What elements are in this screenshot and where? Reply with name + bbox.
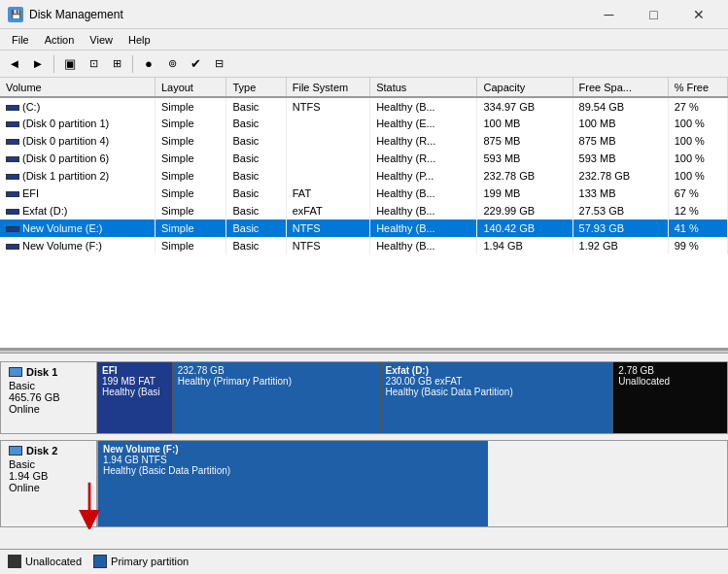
col-free[interactable]: Free Spa... xyxy=(572,78,668,97)
minimize-button[interactable]: ─ xyxy=(587,0,631,29)
cell-capacity: 229.99 GB xyxy=(477,202,572,219)
table-row[interactable]: New Volume (F:) Simple Basic NTFS Health… xyxy=(0,237,728,254)
main-wrapper: Volume Layout Type File System Status Ca… xyxy=(0,78,728,574)
disk1-status: Online xyxy=(9,403,88,415)
cell-type: Basic xyxy=(226,97,286,115)
col-pct[interactable]: % Free xyxy=(668,78,727,97)
table-row[interactable]: (Disk 0 partition 1) Simple Basic Health… xyxy=(0,115,728,132)
cell-layout: Simple xyxy=(155,219,226,237)
disk1-part-primary-size: 232.78 GB xyxy=(178,365,375,376)
col-type[interactable]: Type xyxy=(226,78,286,97)
cell-status: Healthy (B... xyxy=(370,185,477,202)
toolbar: ◄ ► ▣ ⊡ ⊞ ● ⊚ ✔ ⊟ xyxy=(0,51,728,78)
table-row[interactable]: Exfat (D:) Simple Basic exFAT Healthy (B… xyxy=(0,202,728,219)
cell-pct: 100 % xyxy=(668,115,727,132)
col-status[interactable]: Status xyxy=(370,78,477,97)
menu-help[interactable]: Help xyxy=(121,32,158,48)
menu-action[interactable]: Action xyxy=(37,32,83,48)
table-row[interactable]: New Volume (E:) Simple Basic NTFS Health… xyxy=(0,219,728,237)
volume-table: Volume Layout Type File System Status Ca… xyxy=(0,78,728,254)
cell-status: Healthy (B... xyxy=(370,219,477,237)
cell-free: 133 MB xyxy=(572,185,668,202)
cell-capacity: 334.97 GB xyxy=(477,97,572,115)
close-button[interactable]: ✕ xyxy=(676,0,720,29)
cell-status: Healthy (B... xyxy=(370,237,477,254)
cell-pct: 100 % xyxy=(668,167,727,185)
cell-pct: 100 % xyxy=(668,150,727,167)
disk2-part-newvol[interactable]: New Volume (F:) 1.94 GB NTFS Healthy (Ba… xyxy=(98,441,488,526)
menu-file[interactable]: File xyxy=(4,32,37,48)
cell-free: 57.93 GB xyxy=(572,219,668,237)
col-layout[interactable]: Layout xyxy=(155,78,226,97)
legend-primary-label: Primary partition xyxy=(111,556,189,567)
cell-status: Healthy (B... xyxy=(370,202,477,219)
cell-pct: 99 % xyxy=(668,237,727,254)
col-filesystem[interactable]: File System xyxy=(286,78,369,97)
cell-type: Basic xyxy=(226,167,286,185)
cell-capacity: 875 MB xyxy=(477,132,572,150)
cell-capacity: 100 MB xyxy=(477,115,572,132)
table-row[interactable]: EFI Simple Basic FAT Healthy (B... 199 M… xyxy=(0,185,728,202)
table-row[interactable]: (C:) Simple Basic NTFS Healthy (B... 334… xyxy=(0,97,728,115)
legend-unalloc-box xyxy=(8,555,21,568)
table-row[interactable]: (Disk 1 partition 2) Simple Basic Health… xyxy=(0,167,728,185)
cell-free: 1.92 GB xyxy=(572,237,668,254)
table-row[interactable]: (Disk 0 partition 4) Simple Basic Health… xyxy=(0,132,728,150)
disk2-part-newvol-name: New Volume (F:) xyxy=(103,444,482,455)
disk1-part-primary[interactable]: 232.78 GB Healthy (Primary Partition) xyxy=(173,362,381,433)
tb-btn7[interactable]: ⊟ xyxy=(208,53,229,75)
disk1-size: 465.76 GB xyxy=(9,391,88,403)
cell-fs: NTFS xyxy=(286,97,369,115)
cell-volume: New Volume (E:) xyxy=(0,219,155,237)
tb-btn4[interactable]: ● xyxy=(138,53,159,75)
maximize-button[interactable]: □ xyxy=(632,0,676,29)
tb-back[interactable]: ◄ xyxy=(4,53,25,75)
disk1-part-exfat[interactable]: Exfat (D:) 230.00 GB exFAT Healthy (Basi… xyxy=(381,362,614,433)
tb-btn6[interactable]: ✔ xyxy=(185,53,206,75)
cell-layout: Simple xyxy=(155,115,226,132)
cell-pct: 41 % xyxy=(668,219,727,237)
disk1-part-efi[interactable]: EFI 199 MB FAT Healthy (Basi xyxy=(97,362,173,433)
col-capacity[interactable]: Capacity xyxy=(477,78,572,97)
disk2-part-empty xyxy=(488,441,727,526)
cell-volume: (Disk 0 partition 6) xyxy=(0,150,155,167)
disk2-icon-row: Disk 2 xyxy=(9,445,88,456)
cell-capacity: 199 MB xyxy=(477,185,572,202)
cell-status: Healthy (R... xyxy=(370,132,477,150)
tb-btn3[interactable]: ⊞ xyxy=(106,53,127,75)
cell-capacity: 140.42 GB xyxy=(477,219,572,237)
disk1-name: Disk 1 xyxy=(26,366,57,378)
cell-layout: Simple xyxy=(155,167,226,185)
cell-pct: 67 % xyxy=(668,185,727,202)
cell-volume: (Disk 1 partition 2) xyxy=(0,167,155,185)
table-row[interactable]: (Disk 0 partition 6) Simple Basic Health… xyxy=(0,150,728,167)
cell-fs: FAT xyxy=(286,185,369,202)
cell-status: Healthy (E... xyxy=(370,115,477,132)
disk2-row: Disk 2 Basic 1.94 GB Online New Volume (… xyxy=(0,440,728,527)
tb-btn2[interactable]: ⊡ xyxy=(83,53,104,75)
cell-volume: (Disk 0 partition 1) xyxy=(0,115,155,132)
col-volume[interactable]: Volume xyxy=(0,78,155,97)
cell-layout: Simple xyxy=(155,202,226,219)
cell-type: Basic xyxy=(226,202,286,219)
cell-volume: Exfat (D:) xyxy=(0,202,155,219)
cell-capacity: 593 MB xyxy=(477,150,572,167)
cell-free: 232.78 GB xyxy=(572,167,668,185)
disk1-row: Disk 1 Basic 465.76 GB Online EFI 199 MB… xyxy=(0,361,728,434)
cell-fs: exFAT xyxy=(286,202,369,219)
cell-layout: Simple xyxy=(155,132,226,150)
disk1-part-efi-detail: Healthy (Basi xyxy=(102,387,167,397)
cell-pct: 100 % xyxy=(668,132,727,150)
title-bar-left: 💾 Disk Management xyxy=(8,7,123,22)
cell-free: 27.53 GB xyxy=(572,202,668,219)
volume-table-container[interactable]: Volume Layout Type File System Status Ca… xyxy=(0,78,728,350)
title-bar: 💾 Disk Management ─ □ ✕ xyxy=(0,0,728,29)
window-controls[interactable]: ─ □ ✕ xyxy=(587,0,720,29)
tb-btn1[interactable]: ▣ xyxy=(59,53,81,75)
menu-view[interactable]: View xyxy=(82,32,121,48)
cell-volume: (Disk 0 partition 4) xyxy=(0,132,155,150)
disk1-part-unalloc[interactable]: 2.78 GB Unallocated xyxy=(613,362,727,433)
tb-forward[interactable]: ► xyxy=(27,53,49,75)
cell-type: Basic xyxy=(226,115,286,132)
tb-btn5[interactable]: ⊚ xyxy=(161,53,183,75)
